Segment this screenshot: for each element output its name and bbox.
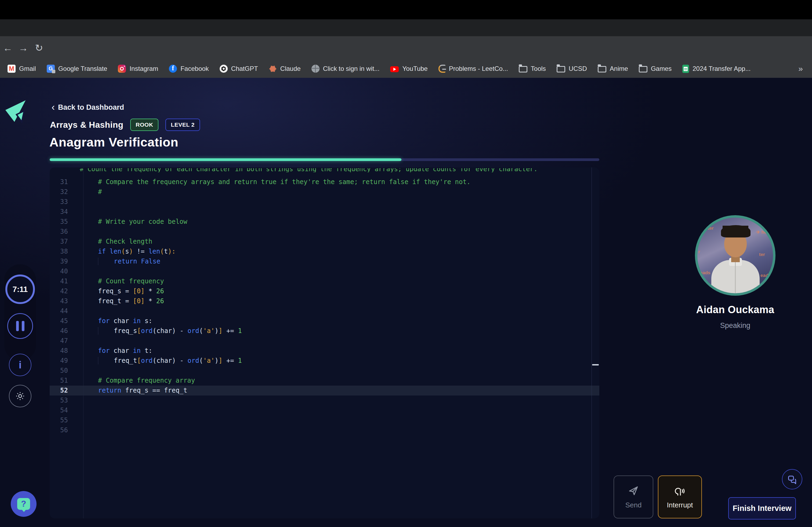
code-line-55[interactable]: 55 (50, 416, 599, 425)
level-badge: LEVEL 2 (165, 119, 200, 131)
problem-title: Anagram Verification (49, 135, 178, 149)
code-line-39[interactable]: 39 return False (50, 257, 599, 267)
window-top-strip (0, 0, 812, 19)
timer-value: 7:11 (13, 285, 28, 294)
line-number: 45 (50, 316, 68, 326)
bookmark-11[interactable]: Anime (598, 65, 628, 73)
code-line-52[interactable]: 52return freq_s == freq_t (50, 386, 599, 395)
chat-bubbles-icon (787, 474, 798, 485)
back-button[interactable]: ← (0, 42, 16, 54)
code-line-33[interactable]: 33 (50, 197, 599, 207)
code-line-47[interactable]: 47 (50, 336, 599, 346)
bookmark-8[interactable]: Problems - LeetCo... (438, 65, 508, 73)
code-line-56[interactable]: 56 (50, 425, 599, 435)
facebook-icon (169, 65, 177, 73)
bookmark-4[interactable]: ChatGPT (220, 65, 258, 73)
interview-page: ‹ Back to Dashboard Arrays & Hashing ROO… (0, 78, 812, 527)
line-number: 35 (50, 217, 68, 227)
line-number: 38 (50, 246, 68, 257)
claude-icon (269, 65, 277, 73)
bookmark-label: Games (651, 65, 671, 73)
bookmarks-overflow-button[interactable]: » (798, 64, 803, 73)
line-number: 33 (50, 197, 68, 207)
code-line-32[interactable]: 32# (50, 187, 599, 197)
interviewer-status: Speaking (676, 321, 794, 330)
code-editor[interactable]: # Count the frequency of each character … (50, 167, 599, 518)
settings-button[interactable] (9, 385, 31, 407)
line-number: 52 (50, 386, 68, 395)
bookmark-6[interactable]: Click to sign in wit... (311, 65, 380, 73)
bookmark-13[interactable]: 2024 Transfer App... (682, 65, 751, 73)
pause-button[interactable] (7, 313, 33, 339)
line-number: 47 (50, 336, 68, 346)
code-line-50[interactable]: 50 (50, 366, 599, 376)
code-line-41[interactable]: 41# Count frequency (50, 276, 599, 286)
bookmark-label: Gmail (19, 65, 36, 73)
bookmark-1[interactable]: Google Translate (47, 65, 107, 73)
bookmark-label: Problems - LeetCo... (449, 65, 508, 73)
bookmark-label: Google Translate (58, 65, 107, 73)
code-line-36[interactable]: 36 (50, 227, 599, 237)
bookmark-label: Instagram (129, 65, 158, 73)
code-line-45[interactable]: 45for char in s: (50, 316, 599, 326)
forward-button[interactable]: → (16, 42, 31, 54)
info-button[interactable]: i (9, 353, 31, 376)
folder-icon (598, 66, 606, 73)
line-number: 37 (50, 237, 68, 246)
headstarter-logo (5, 99, 26, 123)
bookmark-2[interactable]: Instagram (118, 65, 158, 73)
finish-interview-button[interactable]: Finish Interview (728, 497, 796, 520)
line-number: 40 (50, 267, 68, 276)
folder-icon (639, 66, 648, 73)
chevron-left-icon: ‹ (52, 103, 55, 112)
bookmark-10[interactable]: UCSD (557, 65, 587, 73)
sheets-icon (682, 65, 689, 73)
back-to-dashboard-link[interactable]: ‹ Back to Dashboard (52, 103, 124, 112)
reload-button[interactable]: ↻ (31, 42, 47, 54)
help-icon: ? (17, 498, 30, 510)
code-line-40[interactable]: 40 (50, 267, 599, 276)
progress-fill (50, 158, 402, 161)
code-line-53[interactable]: 53 (50, 395, 599, 405)
bookmark-label: Claude (280, 65, 301, 73)
instagram-icon (118, 65, 126, 73)
code-line-51[interactable]: 51# Compare frequency array (50, 376, 599, 386)
bookmark-9[interactable]: Tools (519, 65, 546, 73)
send-button[interactable]: Send (613, 476, 653, 518)
code-line-49[interactable]: 49 freq_t[ord(char) - ord('a')] += 1 (50, 356, 599, 366)
youtube-icon (390, 66, 399, 72)
code-line-38[interactable]: 38if len(s) != len(t): (50, 246, 599, 257)
code-line-35[interactable]: 35# Write your code below (50, 217, 599, 227)
chat-button[interactable] (782, 469, 802, 490)
code-line-46[interactable]: 46 freq_s[ord(char) - ord('a')] += 1 (50, 326, 599, 336)
clipped-code-line: # Count the frequency of each character … (50, 168, 599, 172)
chatgpt-icon (220, 65, 228, 73)
code-line-44[interactable]: 44 (50, 306, 599, 316)
code-line-43[interactable]: 43freq_t = [0] * 26 (50, 296, 599, 306)
interrupt-button[interactable]: Interrupt (658, 476, 702, 518)
bookmark-12[interactable]: Games (639, 65, 671, 73)
gmail-icon (8, 65, 16, 73)
code-line-37[interactable]: 37# Check length (50, 237, 599, 246)
bookmark-0[interactable]: Gmail (8, 65, 36, 73)
timer-display: 7:11 (5, 274, 35, 304)
help-button[interactable]: ? (11, 491, 37, 517)
bookmark-7[interactable]: YouTube (390, 65, 427, 73)
line-number: 32 (50, 187, 68, 197)
paper-plane-icon (627, 485, 639, 497)
bookmark-label: Facebook (180, 65, 209, 73)
tab-strip: Interview×Week 1 in H×Analytics | R×Head… (0, 19, 812, 36)
code-line-54[interactable]: 54 (50, 405, 599, 416)
bookmark-label: Anime (610, 65, 628, 73)
finish-label: Finish Interview (733, 504, 791, 513)
code-line-34[interactable]: 34 (50, 207, 599, 217)
bookmark-5[interactable]: Claude (269, 65, 301, 73)
line-number: 54 (50, 405, 68, 416)
code-line-31[interactable]: 31# Compare the frequency arrays and ret… (50, 177, 599, 187)
line-number: 36 (50, 227, 68, 237)
category-title: Arrays & Hashing (50, 120, 123, 130)
bookmark-3[interactable]: Facebook (169, 65, 209, 73)
code-line-48[interactable]: 48for char in t: (50, 346, 599, 356)
line-number: 34 (50, 207, 68, 217)
code-line-42[interactable]: 42freq_s = [0] * 26 (50, 286, 599, 296)
